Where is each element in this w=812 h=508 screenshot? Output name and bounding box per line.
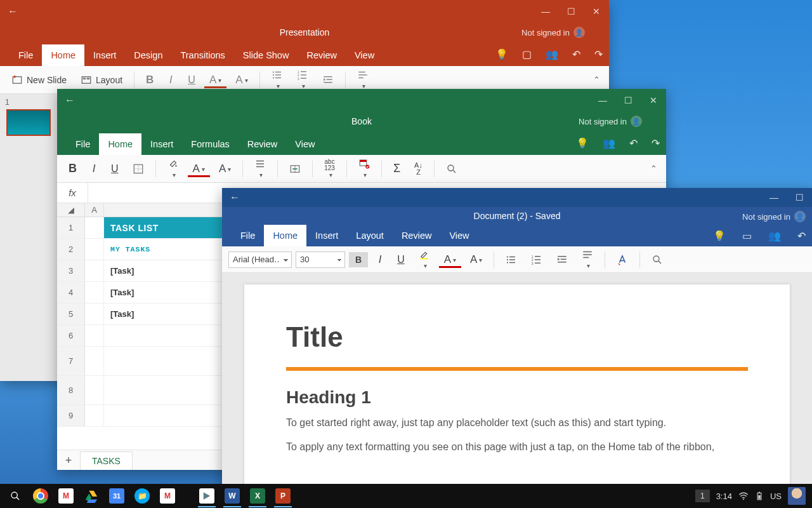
row-7-header[interactable]: 7	[57, 347, 85, 375]
wifi-icon[interactable]	[738, 491, 749, 501]
tab-file[interactable]: File	[232, 225, 264, 246]
minimize-icon[interactable]: —	[761, 188, 787, 207]
collapse-ribbon-icon[interactable]: ⌃	[650, 164, 657, 173]
paragraph[interactable]: To apply any text formatting you see on …	[286, 439, 748, 455]
minimize-icon[interactable]: —	[590, 89, 615, 112]
document-title[interactable]: Title	[286, 321, 748, 353]
redo-icon[interactable]: ↷	[652, 137, 660, 149]
close-icon[interactable]: ✕	[584, 0, 609, 23]
lightbulb-icon[interactable]: 💡	[713, 230, 726, 242]
layout-button[interactable]: Layout	[75, 72, 128, 88]
font-color-button[interactable]: A	[204, 71, 226, 88]
undo-icon[interactable]: ↶	[629, 137, 638, 149]
row-1-header[interactable]: 1	[57, 217, 85, 238]
share-icon[interactable]: 👥	[768, 230, 781, 242]
col-a-header[interactable]: A	[85, 203, 104, 217]
row-8-header[interactable]: 8	[57, 376, 85, 404]
bold-button[interactable]: B	[63, 159, 82, 178]
tab-insert[interactable]: Insert	[141, 133, 182, 155]
indent-button[interactable]	[317, 72, 339, 88]
battery-icon[interactable]	[755, 491, 764, 501]
gmail-icon-2[interactable]: M	[156, 486, 179, 506]
play-store-icon[interactable]	[195, 486, 218, 506]
tab-home[interactable]: Home	[99, 133, 141, 155]
paragraph[interactable]: To get started right away, just tap any …	[286, 415, 748, 431]
tab-file[interactable]: File	[10, 44, 42, 66]
fill-color-button[interactable]	[162, 156, 184, 182]
sort-filter-button[interactable]: A↓Z	[409, 159, 428, 178]
slide-thumbnail[interactable]	[6, 109, 51, 136]
lightbulb-icon[interactable]: 💡	[576, 137, 589, 149]
indent-button[interactable]	[551, 251, 573, 268]
find-button[interactable]	[441, 161, 462, 177]
read-mode-icon[interactable]: ▭	[742, 230, 752, 242]
wd-signin[interactable]: Not signed in👤	[742, 207, 806, 226]
notification-badge[interactable]: 1	[695, 490, 710, 502]
font-color-button[interactable]: A	[188, 160, 210, 177]
bold-button[interactable]: B	[349, 252, 368, 267]
calendar-icon[interactable]: 31	[105, 486, 128, 506]
row-5-header[interactable]: 5	[57, 304, 85, 324]
undo-icon[interactable]: ↶	[572, 48, 580, 60]
merge-button[interactable]	[284, 161, 306, 177]
tab-review[interactable]: Review	[298, 44, 346, 66]
row-2-header[interactable]: 2	[57, 239, 85, 260]
clock[interactable]: 3:14	[716, 491, 732, 501]
bold-button[interactable]: B	[141, 71, 159, 89]
powerpoint-taskbar-icon[interactable]: P	[272, 486, 294, 506]
number-format-button[interactable]: abc123	[319, 156, 340, 180]
select-all-corner[interactable]: ◢	[57, 203, 85, 217]
font-size-select[interactable]: 30	[296, 251, 345, 268]
cell-styles-button[interactable]	[353, 156, 375, 182]
tab-insert[interactable]: Insert	[84, 44, 125, 66]
align-button[interactable]	[249, 156, 271, 182]
wd-titlebar[interactable]: ← — ☐	[222, 188, 812, 207]
word-taskbar-icon[interactable]: W	[221, 486, 244, 506]
italic-button[interactable]: I	[86, 160, 102, 178]
underline-button[interactable]: U	[106, 161, 124, 177]
tab-transitions[interactable]: Transitions	[171, 44, 233, 66]
italic-button[interactable]: I	[162, 71, 179, 89]
tab-formulas[interactable]: Formulas	[182, 133, 238, 155]
maximize-icon[interactable]: ☐	[558, 0, 584, 23]
user-avatar[interactable]	[788, 487, 806, 505]
share-icon[interactable]: 👥	[603, 137, 615, 149]
add-sheet-button[interactable]: +	[57, 454, 80, 470]
collapse-ribbon-icon[interactable]: ⌃	[593, 75, 600, 84]
tab-file[interactable]: File	[67, 133, 99, 155]
keyboard-layout[interactable]: US	[770, 491, 782, 501]
row-3-header[interactable]: 3	[57, 260, 85, 281]
back-icon[interactable]: ←	[57, 95, 82, 106]
tab-insert[interactable]: Insert	[306, 225, 347, 246]
maximize-icon[interactable]: ☐	[787, 188, 812, 207]
font-color-button[interactable]: A	[439, 251, 461, 268]
row-6-header[interactable]: 6	[57, 325, 85, 346]
files-icon[interactable]: 📁	[131, 486, 154, 506]
pp-signin[interactable]: Not signed in👤	[521, 23, 585, 42]
tab-home[interactable]: Home	[42, 44, 84, 66]
underline-button[interactable]: U	[392, 251, 410, 268]
document-page[interactable]: Title Heading 1 To get started right awa…	[244, 284, 790, 493]
font-size-button[interactable]: A	[214, 160, 236, 178]
tab-view[interactable]: View	[286, 133, 324, 155]
back-icon[interactable]: ←	[222, 192, 247, 203]
xl-signin[interactable]: Not signed in👤	[579, 112, 642, 131]
font-grow-button[interactable]: A	[465, 251, 487, 269]
find-button[interactable]	[646, 251, 668, 268]
undo-icon[interactable]: ↶	[797, 230, 806, 242]
new-slide-button[interactable]: New Slide	[6, 72, 72, 88]
lightbulb-icon[interactable]: 💡	[495, 48, 508, 60]
numbering-button[interactable]: 123	[526, 251, 547, 268]
tab-slideshow[interactable]: Slide Show	[234, 44, 298, 66]
pp-titlebar[interactable]: ← — ☐ ✕	[0, 0, 609, 23]
borders-button[interactable]	[128, 161, 149, 177]
styles-button[interactable]	[612, 251, 633, 268]
row-4-header[interactable]: 4	[57, 282, 85, 303]
row-9-header[interactable]: 9	[57, 405, 85, 426]
font-family-select[interactable]: Arial (Head…	[228, 251, 292, 268]
bullets-button[interactable]	[501, 251, 522, 268]
highlight-button[interactable]	[414, 246, 435, 273]
maximize-icon[interactable]: ☐	[615, 89, 641, 112]
xl-titlebar[interactable]: ← — ☐ ✕	[57, 89, 666, 112]
gmail-icon[interactable]: M	[55, 486, 77, 506]
